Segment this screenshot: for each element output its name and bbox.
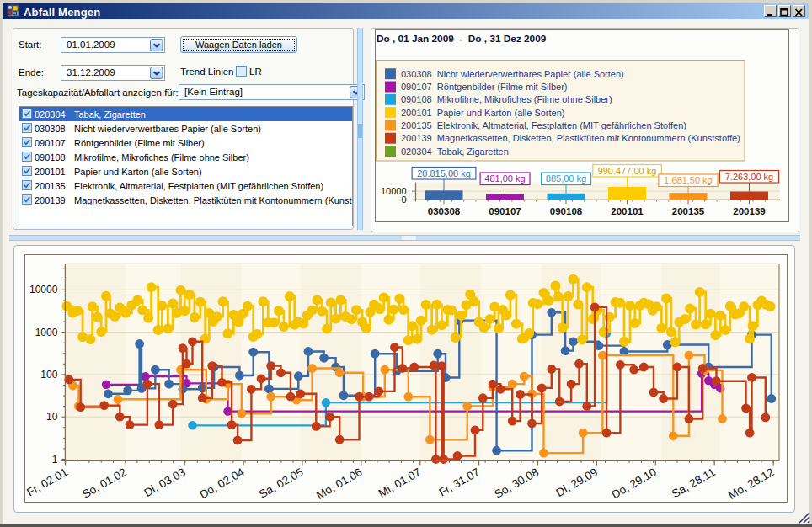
svg-text:030308: 030308 bbox=[428, 206, 461, 216]
svg-text:200101 Papier und Karton (all: 200101 Papier und Karton (alle Sorten) bbox=[401, 108, 564, 118]
svg-text:Mi, 01.07: Mi, 01.07 bbox=[377, 466, 424, 500]
svg-text:10000: 10000 bbox=[29, 284, 58, 295]
svg-text:Di, 29.09: Di, 29.09 bbox=[554, 466, 600, 499]
svg-text:200135: 200135 bbox=[672, 206, 705, 216]
svg-text:Sa, 02.05: Sa, 02.05 bbox=[257, 466, 306, 501]
svg-text:0: 0 bbox=[401, 194, 406, 205]
svg-text:200139: 200139 bbox=[733, 206, 765, 216]
svg-text:200139 Magnetkassetten, Diske: 200139 Magnetkassetten, Disketten, Plast… bbox=[401, 133, 740, 143]
svg-text:020304 Tabak, Zigaretten: 020304 Tabak, Zigaretten bbox=[401, 146, 509, 157]
svg-text:200101: 200101 bbox=[611, 206, 644, 216]
svg-text:100: 100 bbox=[40, 369, 57, 381]
svg-text:090107 Röntgenbilder (Filme m: 090107 Röntgenbilder (Filme mit Silber) bbox=[401, 82, 567, 92]
svg-text:885,00 kg: 885,00 kg bbox=[546, 173, 586, 184]
svg-text:090107: 090107 bbox=[489, 206, 521, 216]
svg-text:So, 30.08: So, 30.08 bbox=[492, 466, 541, 501]
svg-text:Fr, 02.01: Fr, 02.01 bbox=[25, 466, 70, 499]
svg-text:090108: 090108 bbox=[550, 206, 583, 216]
svg-text:Mo, 01.06: Mo, 01.06 bbox=[314, 466, 365, 502]
svg-text:Di, 03.03: Di, 03.03 bbox=[142, 466, 187, 499]
svg-text:481,00 kg: 481,00 kg bbox=[484, 173, 525, 184]
svg-text:030308 Nicht wiederverwertbar: 030308 Nicht wiederverwertbares Papier (… bbox=[401, 69, 624, 79]
svg-text:Sa, 28.11: Sa, 28.11 bbox=[670, 466, 718, 500]
svg-text:7.263,00 kg: 7.263,00 kg bbox=[725, 172, 774, 182]
svg-text:Do , 01 Jan 2009 - Do , 31 D: Do , 01 Jan 2009 - Do , 31 Dez 2009 bbox=[377, 33, 547, 45]
svg-text:1.681,50 kg: 1.681,50 kg bbox=[664, 175, 713, 185]
svg-text:So, 01.02: So, 01.02 bbox=[80, 466, 129, 501]
svg-text:Do, 29.10: Do, 29.10 bbox=[610, 466, 659, 501]
svg-text:10: 10 bbox=[46, 411, 58, 423]
svg-text:1: 1 bbox=[52, 454, 58, 466]
svg-text:Fr, 31.07: Fr, 31.07 bbox=[436, 466, 482, 499]
svg-text:20.815,00 kg: 20.815,00 kg bbox=[417, 168, 471, 178]
svg-text:Mo, 28.12: Mo, 28.12 bbox=[726, 466, 777, 502]
svg-text:990.477,00 kg: 990.477,00 kg bbox=[598, 166, 657, 176]
svg-text:1000: 1000 bbox=[35, 327, 58, 338]
svg-text:090108 Mikrofilme, Mikrofiche: 090108 Mikrofilme, Mikrofiches (Filme oh… bbox=[401, 94, 612, 104]
svg-text:200135 Elektronik, Altmateria: 200135 Elektronik, Altmaterial, Festplat… bbox=[401, 120, 686, 130]
svg-text:Do, 02.04: Do, 02.04 bbox=[197, 466, 247, 502]
